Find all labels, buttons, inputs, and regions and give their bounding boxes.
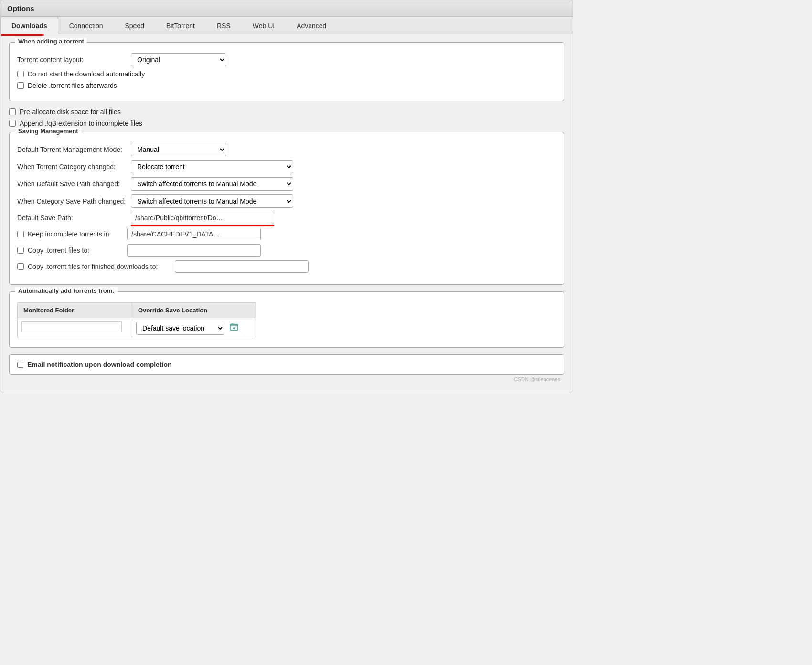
delete-torrent-checkbox[interactable] [17, 82, 24, 89]
title-bar: Options [0, 0, 573, 17]
saving-management-content: Default Torrent Management Mode: Manual … [17, 143, 556, 273]
mgmt-mode-select[interactable]: Manual Automatic [131, 143, 226, 156]
copy-finished-checkbox[interactable] [17, 263, 24, 270]
when-adding-content: Torrent content layout: Original Create … [17, 53, 556, 89]
pre-allocate-label: Pre-allocate disk space for all files [20, 108, 121, 116]
auto-add-section: Automatically add torrents from: Monitor… [9, 291, 564, 348]
mgmt-mode-row: Default Torrent Management Mode: Manual … [17, 143, 556, 156]
pre-allocate-checkbox[interactable] [9, 108, 16, 115]
delete-torrent-row: Delete .torrent files afterwards [17, 82, 556, 89]
default-save-path-row: Default Save Path: [17, 212, 556, 224]
default-save-path-changed-select[interactable]: Switch affected torrents to Manual Mode … [131, 177, 293, 191]
no-auto-start-label: Do not start the download automatically [28, 70, 145, 78]
keep-incomplete-input[interactable] [127, 228, 261, 240]
copy-finished-row: Copy .torrent files for finished downloa… [17, 260, 556, 273]
table-row: Default save location Custom [18, 318, 256, 338]
monitored-folder-table: Monitored Folder Override Save Location … [17, 302, 256, 338]
tab-bittorrent[interactable]: BitTorrent [155, 17, 206, 34]
when-adding-section: When adding a torrent Torrent content la… [9, 42, 564, 101]
no-auto-start-checkbox[interactable] [17, 71, 24, 77]
default-save-path-input[interactable] [131, 212, 274, 224]
auto-add-content: Monitored Folder Override Save Location … [17, 302, 556, 340]
saving-management-section: Saving Management Default Torrent Manage… [9, 132, 564, 285]
append-iqb-checkbox[interactable] [9, 120, 16, 127]
mgmt-mode-label: Default Torrent Management Mode: [17, 146, 127, 153]
copy-torrent-row: Copy .torrent files to: [17, 244, 556, 257]
options-window: Options Downloads Connection Speed BitTo… [0, 0, 573, 392]
category-save-path-changed-row: When Category Save Path changed: Switch … [17, 194, 556, 208]
tab-rss[interactable]: RSS [206, 17, 242, 34]
no-auto-start-row: Do not start the download automatically [17, 70, 556, 78]
tab-bar: Downloads Connection Speed BitTorrent RS… [0, 17, 573, 34]
default-save-path-underline [131, 225, 274, 226]
torrent-content-layout-label: Torrent content layout: [17, 56, 127, 64]
tab-advanced[interactable]: Advanced [286, 17, 337, 34]
email-checkbox[interactable] [17, 362, 23, 368]
tab-active-indicator [1, 34, 44, 36]
col-override-save: Override Save Location [132, 303, 247, 318]
category-save-path-changed-label: When Category Save Path changed: [17, 197, 127, 205]
copy-finished-input[interactable] [175, 260, 309, 273]
add-folder-button[interactable] [227, 321, 241, 335]
copy-torrent-input[interactable] [127, 244, 261, 257]
category-changed-label: When Torrent Category changed: [17, 163, 127, 171]
delete-torrent-label: Delete .torrent files afterwards [28, 82, 117, 89]
tab-webui[interactable]: Web UI [242, 17, 286, 34]
category-changed-row: When Torrent Category changed: Relocate … [17, 160, 556, 173]
monitored-folder-cell [18, 318, 132, 338]
keep-incomplete-row: Keep incomplete torrents in: [17, 228, 556, 240]
tab-connection[interactable]: Connection [58, 17, 114, 34]
copy-finished-label: Copy .torrent files for finished downloa… [28, 263, 171, 270]
default-save-path-changed-label: When Default Save Path changed: [17, 180, 127, 188]
col-monitored-folder: Monitored Folder [18, 303, 132, 318]
window-title: Options [7, 4, 34, 12]
watermark: CSDN @silenceaes [9, 375, 564, 384]
category-changed-select[interactable]: Relocate torrent Switch affected torrent… [131, 160, 293, 173]
email-label: Email notification upon download complet… [27, 361, 172, 368]
when-adding-legend: When adding a torrent [15, 38, 87, 45]
copy-torrent-checkbox[interactable] [17, 247, 24, 254]
auto-add-legend: Automatically add torrents from: [15, 287, 118, 294]
torrent-content-layout-select[interactable]: Original Create subfolder Don't create s… [131, 53, 226, 66]
default-save-path-changed-row: When Default Save Path changed: Switch a… [17, 177, 556, 191]
saving-management-legend: Saving Management [15, 128, 81, 135]
monitored-folder-input[interactable] [21, 321, 122, 332]
tab-downloads[interactable]: Downloads [0, 17, 58, 34]
override-save-select[interactable]: Default save location Custom [136, 322, 224, 335]
keep-incomplete-label: Keep incomplete torrents in: [28, 230, 123, 238]
append-iqb-row: Append .!qB extension to incomplete file… [9, 119, 564, 127]
pre-allocate-row: Pre-allocate disk space for all files [9, 108, 564, 116]
category-save-path-changed-select[interactable]: Switch affected torrents to Manual Mode … [131, 194, 293, 208]
keep-incomplete-checkbox[interactable] [17, 231, 24, 237]
append-iqb-label: Append .!qB extension to incomplete file… [20, 119, 142, 127]
default-save-path-label: Default Save Path: [17, 214, 127, 222]
content-area: When adding a torrent Torrent content la… [0, 34, 573, 392]
email-section: Email notification upon download complet… [9, 354, 564, 375]
table-header: Monitored Folder Override Save Location [18, 303, 256, 318]
copy-torrent-label: Copy .torrent files to: [28, 247, 123, 254]
tab-speed[interactable]: Speed [114, 17, 155, 34]
override-save-cell: Default save location Custom [132, 318, 247, 338]
torrent-content-layout-row: Torrent content layout: Original Create … [17, 53, 556, 66]
global-options: Pre-allocate disk space for all files Ap… [9, 108, 564, 127]
